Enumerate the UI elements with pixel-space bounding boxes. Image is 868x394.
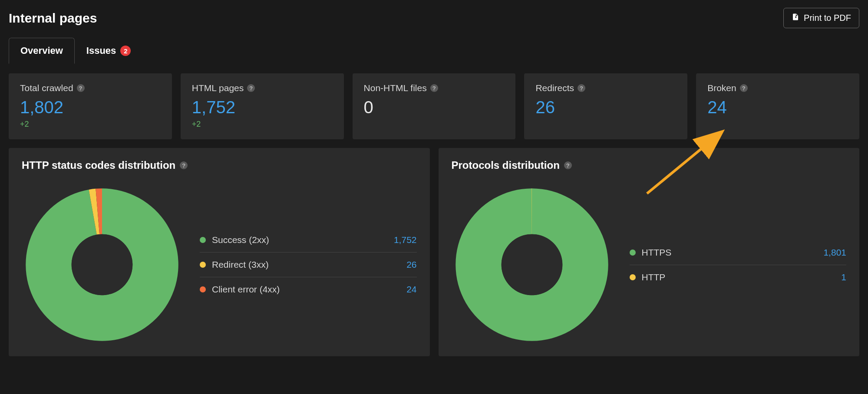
- legend-dot: [200, 286, 206, 292]
- help-icon[interactable]: ?: [430, 84, 438, 92]
- stat-delta: +2: [20, 120, 161, 129]
- legend-dot: [630, 250, 636, 256]
- stat-label: Broken: [707, 83, 736, 93]
- help-icon[interactable]: ?: [578, 84, 585, 92]
- svg-point-1: [501, 234, 562, 296]
- stat-non-html[interactable]: Non-HTML files ? 0: [353, 73, 516, 139]
- legend-label: HTTPS: [642, 247, 672, 258]
- panel-title: HTTP status codes distribution: [22, 159, 175, 171]
- stat-label: Total crawled: [20, 83, 73, 93]
- help-icon[interactable]: ?: [77, 84, 85, 92]
- stat-label: Non-HTML files: [364, 83, 427, 93]
- legend-label: Redirect (3xx): [212, 259, 269, 270]
- legend-value[interactable]: 24: [406, 284, 416, 295]
- protocols-legend: HTTPS 1,801 HTTP 1: [630, 240, 847, 289]
- legend-row-success[interactable]: Success (2xx) 1,752: [200, 228, 417, 253]
- legend-label: Success (2xx): [212, 235, 269, 245]
- tab-overview-label: Overview: [20, 45, 63, 56]
- stat-broken[interactable]: Broken ? 24: [696, 73, 859, 139]
- tab-overview[interactable]: Overview: [9, 38, 75, 64]
- http-legend: Success (2xx) 1,752 Redirect (3xx) 26 Cl…: [200, 228, 417, 302]
- legend-dot: [630, 274, 636, 280]
- legend-row-client-error[interactable]: Client error (4xx) 24: [200, 277, 417, 302]
- legend-dot: [200, 237, 206, 243]
- stat-value[interactable]: 26: [535, 98, 676, 117]
- print-to-pdf-label: Print to PDF: [804, 13, 851, 23]
- stat-html-pages[interactable]: HTML pages ? 1,752 +2: [181, 73, 344, 139]
- legend-label: Client error (4xx): [212, 284, 280, 295]
- legend-row-http[interactable]: HTTP 1: [630, 265, 847, 289]
- legend-row-redirect[interactable]: Redirect (3xx) 26: [200, 253, 417, 277]
- legend-value[interactable]: 1,752: [394, 235, 417, 245]
- stat-total-crawled[interactable]: Total crawled ? 1,802 +2: [9, 73, 172, 139]
- issues-count-badge: 2: [120, 46, 131, 56]
- legend-value[interactable]: 1,801: [823, 247, 846, 258]
- stat-label: Redirects: [535, 83, 574, 93]
- help-icon[interactable]: ?: [247, 84, 255, 92]
- download-icon: [792, 13, 799, 23]
- protocols-panel: Protocols distribution ? HTTPS 1,801: [439, 148, 860, 356]
- help-icon[interactable]: ?: [180, 161, 188, 169]
- stat-value: 0: [364, 98, 505, 117]
- http-donut-chart: [22, 184, 182, 345]
- protocols-donut-chart: [452, 184, 612, 345]
- stat-value[interactable]: 1,752: [192, 98, 333, 117]
- stat-label: HTML pages: [192, 83, 244, 93]
- legend-row-https[interactable]: HTTPS 1,801: [630, 240, 847, 265]
- stat-delta: +2: [192, 120, 333, 129]
- http-status-panel: HTTP status codes distribution ? Success…: [9, 148, 430, 356]
- legend-value[interactable]: 1: [841, 272, 846, 282]
- legend-dot: [200, 262, 206, 268]
- panel-title: Protocols distribution: [452, 159, 560, 171]
- legend-value[interactable]: 26: [406, 259, 416, 270]
- tabs: Overview Issues 2: [9, 38, 859, 64]
- stat-value[interactable]: 24: [707, 98, 848, 117]
- tab-issues-label: Issues: [86, 45, 116, 56]
- stat-redirects[interactable]: Redirects ? 26: [524, 73, 687, 139]
- stat-value[interactable]: 1,802: [20, 98, 161, 117]
- help-icon[interactable]: ?: [564, 161, 572, 169]
- svg-point-0: [72, 234, 133, 296]
- legend-label: HTTP: [642, 272, 666, 282]
- print-to-pdf-button[interactable]: Print to PDF: [783, 8, 859, 28]
- help-icon[interactable]: ?: [740, 84, 748, 92]
- page-title: Internal pages: [9, 11, 97, 26]
- tab-issues[interactable]: Issues 2: [75, 38, 143, 64]
